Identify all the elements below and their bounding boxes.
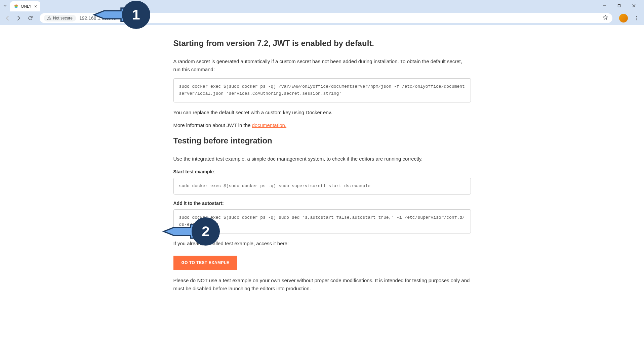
heading-testing: Testing before integration bbox=[173, 136, 471, 145]
browser-menu-button[interactable] bbox=[632, 13, 641, 23]
sub-autostart: Add it to the autostart: bbox=[173, 201, 471, 206]
bookmark-star-icon[interactable] bbox=[602, 14, 608, 22]
svg-point-6 bbox=[636, 19, 637, 20]
para-replace-secret: You can replace the default secret with … bbox=[173, 109, 471, 117]
code-jwt-secret: sudo docker exec $(sudo docker ps -q) /v… bbox=[173, 78, 471, 102]
content-viewport[interactable]: Starting from version 7.2, JWT is enable… bbox=[0, 25, 644, 344]
forward-button[interactable] bbox=[14, 13, 24, 23]
security-label: Not secure bbox=[53, 16, 73, 20]
maximize-button[interactable] bbox=[612, 1, 627, 11]
browser-tab[interactable]: ONLY × bbox=[10, 1, 40, 11]
back-button[interactable] bbox=[3, 13, 12, 23]
svg-point-4 bbox=[636, 16, 637, 17]
sub-start-test: Start test example: bbox=[173, 169, 471, 174]
heading-jwt: Starting from version 7.2, JWT is enable… bbox=[173, 39, 471, 48]
page-content: Starting from version 7.2, JWT is enable… bbox=[173, 25, 471, 317]
para-jwt-doc-prefix: More information about JWT in the bbox=[173, 122, 252, 128]
address-bar[interactable]: Not secure 192.168.1.18:8467 bbox=[40, 13, 612, 23]
window-controls bbox=[597, 0, 644, 11]
documentation-link[interactable]: documentation. bbox=[252, 122, 287, 128]
tab-list-dropdown[interactable] bbox=[2, 3, 8, 9]
warning-triangle-icon bbox=[47, 16, 51, 20]
para-test-intro: Use the integrated test example, a simpl… bbox=[173, 155, 471, 163]
svg-rect-1 bbox=[618, 5, 620, 7]
tab-bar: ONLY × bbox=[0, 0, 644, 11]
go-to-test-example-button[interactable]: GO TO TEST EXAMPLE bbox=[173, 256, 238, 270]
svg-point-5 bbox=[636, 18, 637, 19]
browser-toolbar: Not secure 192.168.1.18:8467 bbox=[0, 11, 644, 25]
close-window-button[interactable] bbox=[627, 1, 641, 11]
tab-title: ONLY bbox=[21, 4, 32, 9]
browser-chrome: ONLY × Not secure bbox=[0, 0, 644, 25]
code-start-example: sudo docker exec $(sudo docker ps -q) su… bbox=[173, 178, 471, 195]
svg-point-3 bbox=[49, 19, 49, 19]
tab-close-icon[interactable]: × bbox=[34, 4, 37, 9]
onlyoffice-favicon-icon bbox=[13, 4, 19, 9]
para-access-here: If you already installed test example, a… bbox=[173, 240, 471, 248]
reload-button[interactable] bbox=[26, 13, 35, 23]
para-random-secret: A random secret is generated automatical… bbox=[173, 57, 471, 74]
security-badge[interactable]: Not secure bbox=[44, 15, 76, 22]
minimize-button[interactable] bbox=[597, 1, 612, 11]
url-text: 192.168.1.18:8467 bbox=[79, 15, 119, 21]
profile-avatar[interactable] bbox=[619, 14, 628, 23]
code-autostart: sudo docker exec $(sudo docker ps -q) su… bbox=[173, 209, 471, 233]
para-warning: Please do NOT use a test example on your… bbox=[173, 276, 471, 293]
para-jwt-doc: More information about JWT in the docume… bbox=[173, 121, 471, 129]
